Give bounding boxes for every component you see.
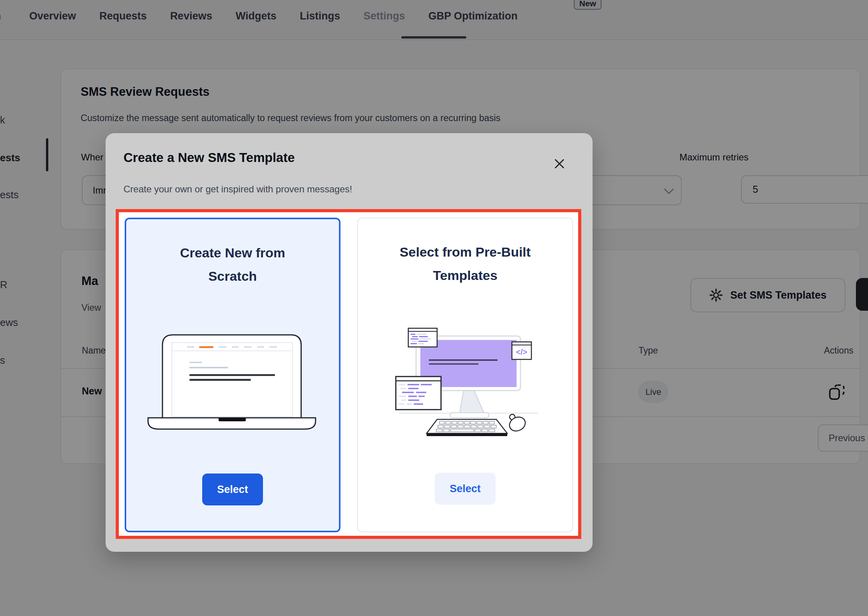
laptop-illustration <box>147 333 317 431</box>
select-prebuilt-templates-button[interactable]: Select <box>435 473 496 505</box>
close-icon[interactable] <box>553 157 566 171</box>
option-title: Create New from Scratch <box>126 241 339 288</box>
option-card-create-from-scratch[interactable]: Create New from Scratch <box>125 218 340 532</box>
option-card-prebuilt-templates[interactable]: Select from Pre-Built Templates <box>357 218 573 532</box>
select-create-from-scratch-button[interactable]: Select <box>202 473 263 505</box>
desktop-code-illustration: </> <box>394 315 539 440</box>
screen: n Overview Requests Reviews Widgets List… <box>0 0 868 616</box>
modal-title: Create a New SMS Template <box>123 150 295 165</box>
svg-text:</>: </> <box>516 348 528 356</box>
tutorial-highlight-region: Create New from Scratch <box>116 209 581 539</box>
option-title: Select from Pre-Built Templates <box>358 240 572 287</box>
modal-subtitle: Create your own or get inspired with pro… <box>123 184 352 195</box>
